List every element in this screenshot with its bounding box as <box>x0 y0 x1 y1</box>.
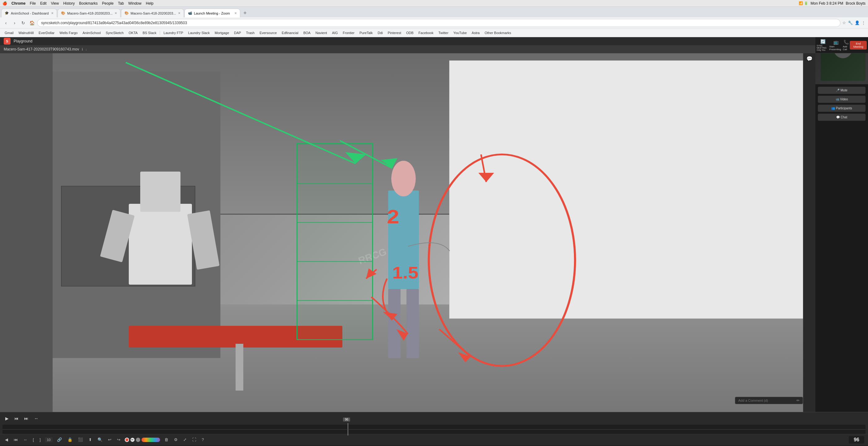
timeline-track[interactable]: 96 <box>2 425 866 434</box>
bm-everdollar[interactable]: EverDollar <box>36 30 57 35</box>
zoom-tool-btn[interactable]: 🔍 <box>96 437 104 443</box>
chat-btn[interactable]: 💬 Chat <box>818 114 866 121</box>
color-pen-swatch[interactable]: ✏ <box>130 438 135 442</box>
bm-bsslack[interactable]: BS Slack <box>141 30 159 35</box>
bm-wellsfargo[interactable]: Wells Fargo <box>57 30 80 35</box>
bm-odb[interactable]: ODB <box>404 30 416 35</box>
bm-laundryftp[interactable]: Laundry FTP <box>161 30 185 35</box>
tab-zoom[interactable]: 📹 Launch Meeting - Zoom ✕ <box>185 9 240 17</box>
bookmark-star-icon[interactable]: ☆ <box>842 21 846 25</box>
tab-close[interactable]: ✕ <box>178 11 181 15</box>
new-tab-button[interactable]: + <box>241 9 249 17</box>
fullscreen-btn[interactable]: ⛶ <box>191 437 197 443</box>
bm-aig[interactable]: AIG <box>330 30 340 35</box>
bm-trash[interactable]: Trash <box>244 30 257 35</box>
bm-frontier[interactable]: Frontier <box>341 30 356 35</box>
back-button[interactable]: ‹ <box>2 20 9 26</box>
bm-animschool[interactable]: AnimSchool <box>81 30 103 35</box>
bm-facebook[interactable]: Facebook <box>416 30 436 35</box>
tab-close[interactable]: ✕ <box>115 11 117 15</box>
redo-btn[interactable]: ↪ <box>116 437 122 443</box>
menu-help[interactable]: Help <box>146 1 154 6</box>
download-icon[interactable]: ↓ <box>86 48 87 51</box>
menu-view[interactable]: View <box>51 1 59 6</box>
menu-chrome[interactable]: Chrome <box>11 1 25 6</box>
menu-edit[interactable]: Edit <box>40 1 47 6</box>
bracket-end-btn[interactable]: ] <box>38 437 42 443</box>
bm-eversource[interactable]: Eversource <box>257 30 279 35</box>
bm-syncsketch[interactable]: SyncSketch <box>103 30 126 35</box>
extension-icon[interactable]: 🔧 <box>848 21 853 25</box>
bracket-start-btn[interactable]: [ <box>32 437 35 443</box>
add-call-btn[interactable]: 📞 Add Call <box>843 40 850 51</box>
participants-btn[interactable]: 👥 Participants <box>818 105 866 112</box>
menu-tab[interactable]: Tab <box>118 1 124 6</box>
bm-okta[interactable]: OKTA <box>126 30 140 35</box>
delete-btn[interactable]: 🗑 <box>163 437 169 443</box>
comment-input[interactable] <box>738 398 794 402</box>
forward-button[interactable]: › <box>11 20 18 26</box>
sync-meeting-btn[interactable]: 🔄 SYNC MEETINGOnly You <box>816 39 829 51</box>
add-marker-btn[interactable]: ↔ <box>22 437 29 443</box>
comment-edit-icon[interactable]: ✏ <box>797 398 800 403</box>
video-btn[interactable]: 📹 Video <box>818 96 866 103</box>
settings-btn[interactable]: ⚙ <box>173 437 179 443</box>
lock-tool-btn[interactable]: 🔒 <box>66 437 74 443</box>
tab-animschool[interactable]: 🎓 AnimSchool - Dashboard ✕ <box>1 9 57 17</box>
bm-other[interactable]: Other Bookmarks <box>482 30 513 35</box>
bm-pinterest[interactable]: Pinterest <box>386 30 403 35</box>
bm-laundryslack[interactable]: Laundry Slack <box>186 30 212 35</box>
bm-navient[interactable]: Navient <box>313 30 329 35</box>
bm-puretalk[interactable]: PureTalk <box>357 30 375 35</box>
back-frame-btn[interactable]: ◀ <box>4 437 9 443</box>
app-logo: S <box>4 38 10 44</box>
apple-menu[interactable]: 🍎 <box>2 1 7 6</box>
undo-btn[interactable]: ↩ <box>107 437 113 443</box>
info-icon[interactable]: ℹ <box>82 48 83 52</box>
bm-gmail[interactable]: Gmail <box>2 30 16 35</box>
bm-astra[interactable]: Astra <box>470 30 482 35</box>
fit-btn[interactable]: ⤢ <box>182 437 188 443</box>
link-tool-btn[interactable]: 🔗 <box>56 437 63 443</box>
bm-dap[interactable]: DAP <box>232 30 243 35</box>
arrow-tool-btn[interactable]: ⬆ <box>87 437 93 443</box>
comment-icon[interactable]: 💬 <box>806 56 813 62</box>
tab-macero-1[interactable]: 🎨 Macero-Sam-418-20200203... ✕ <box>58 9 120 17</box>
menu-history[interactable]: History <box>63 1 74 6</box>
tab-close[interactable]: ✕ <box>51 11 54 15</box>
extend-button[interactable]: ↔ <box>32 415 40 421</box>
skip-forward-button[interactable]: ⏭ <box>23 415 30 421</box>
more-options-icon[interactable]: ⋮ <box>862 21 866 25</box>
menu-file[interactable]: File <box>30 1 36 6</box>
shape-tool-btn[interactable]: ⬛ <box>77 437 84 443</box>
start-presenting-btn[interactable]: 📺 Start Presenting <box>829 40 843 51</box>
help-btn[interactable]: ? <box>200 437 205 443</box>
reload-button[interactable]: ↻ <box>20 20 27 26</box>
username: Brock Boyts <box>846 1 866 6</box>
tab-macero-2[interactable]: 🎨 Macero-Sam-418-20200203... ✕ <box>121 9 184 17</box>
bm-walnuthill[interactable]: WalnutHill <box>17 30 36 35</box>
url-bar[interactable]: syncsketch.com/playground/817413a9b4a427… <box>37 19 840 27</box>
bm-ddi[interactable]: Ddi <box>375 30 385 35</box>
sync-label: SYNC MEETINGOnly You <box>816 44 829 51</box>
tab-favicon: 🎓 <box>5 11 9 15</box>
prev-marker-btn[interactable]: ⏮ <box>12 437 19 443</box>
color-gradient-bar[interactable] <box>142 438 160 442</box>
color-eraser-swatch[interactable] <box>136 438 140 442</box>
bm-twitter[interactable]: Twitter <box>436 30 451 35</box>
skip-back-button[interactable]: ⏮ <box>13 415 20 421</box>
bm-boa[interactable]: BOA <box>301 30 313 35</box>
bm-edfinancial[interactable]: Edfinancial <box>280 30 301 35</box>
menu-people[interactable]: People <box>102 1 114 6</box>
bm-mortgage[interactable]: Mortgage <box>213 30 231 35</box>
home-button[interactable]: 🏠 <box>29 20 35 26</box>
mute-btn[interactable]: 🎤 Mute <box>818 87 866 94</box>
menu-bookmarks[interactable]: Bookmarks <box>79 1 98 6</box>
play-button[interactable]: ▶ <box>4 415 10 421</box>
tab-close[interactable]: ✕ <box>234 11 237 15</box>
menu-window[interactable]: Window <box>128 1 142 6</box>
end-meeting-btn[interactable]: End Meeting <box>850 41 867 50</box>
color-red-swatch[interactable] <box>125 438 129 442</box>
bm-youtube[interactable]: YouTube <box>451 30 469 35</box>
profile-icon[interactable]: 👤 <box>855 21 860 25</box>
